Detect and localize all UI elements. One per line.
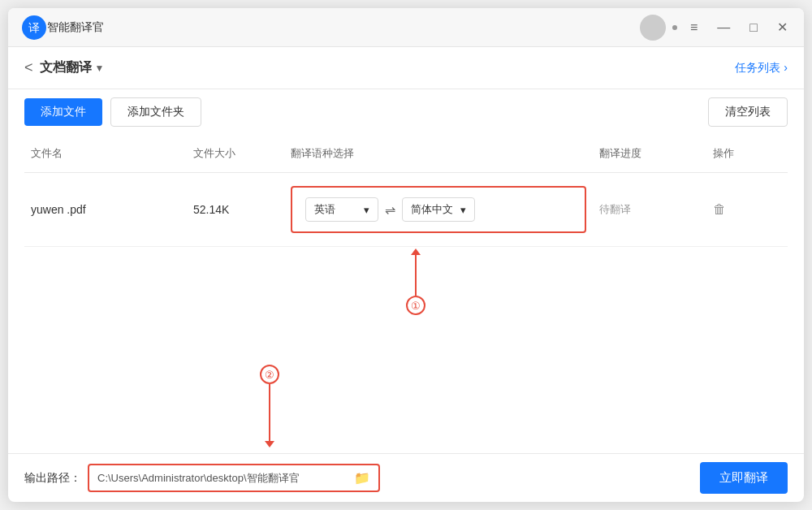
arrow-line-1 bbox=[415, 255, 417, 296]
delete-button[interactable]: 🗑 bbox=[706, 199, 788, 220]
table-row: yuwen .pdf 52.14K 英语 ▾ ⇌ 简体中文 ▾ bbox=[24, 173, 788, 247]
bottom-bar: 输出路径： C:\Users\Administrator\desktop\智能翻… bbox=[8, 453, 804, 502]
page-title: 文档翻译 ▼ bbox=[40, 59, 105, 76]
cell-filename: yuwen .pdf bbox=[24, 200, 187, 219]
target-lang-text: 简体中文 bbox=[411, 202, 453, 217]
app-title: 智能翻译官 bbox=[47, 20, 640, 35]
main-content: < 文档翻译 ▼ 任务列表 › 添加文件 添加文件夹 清空列表 文件名 文件大小… bbox=[8, 47, 804, 502]
task-list-link[interactable]: 任务列表 › bbox=[735, 61, 788, 76]
status-dot bbox=[672, 25, 677, 30]
output-label: 输出路径： bbox=[24, 471, 81, 486]
header-action: 操作 bbox=[706, 143, 788, 164]
header-lang: 翻译语种选择 bbox=[284, 143, 593, 164]
titlebar: 译 智能翻译官 ≡ — □ ✕ bbox=[8, 8, 804, 47]
header-filename: 文件名 bbox=[24, 143, 187, 164]
title-dropdown-arrow[interactable]: ▼ bbox=[95, 63, 105, 74]
user-avatar bbox=[640, 15, 666, 41]
annotation-1-area: ① bbox=[406, 249, 425, 315]
menu-button[interactable]: ≡ bbox=[687, 19, 701, 37]
swap-icon[interactable]: ⇌ bbox=[385, 202, 395, 218]
maximize-button[interactable]: □ bbox=[746, 19, 761, 37]
page-title-text: 文档翻译 bbox=[40, 59, 92, 76]
toolbar: 添加文件 添加文件夹 清空列表 bbox=[8, 89, 804, 135]
source-lang-arrow: ▾ bbox=[364, 204, 369, 216]
clear-list-button[interactable]: 清空列表 bbox=[708, 97, 788, 127]
svg-text:译: 译 bbox=[28, 21, 40, 34]
cell-status: 待翻译 bbox=[593, 199, 706, 220]
app-logo: 译 bbox=[21, 15, 47, 41]
output-path-box: C:\Users\Administrator\desktop\智能翻译官 📁 bbox=[88, 464, 380, 492]
add-file-button[interactable]: 添加文件 bbox=[24, 98, 102, 126]
table-header: 文件名 文件大小 翻译语种选择 翻译进度 操作 bbox=[24, 135, 788, 173]
back-button[interactable]: < bbox=[24, 59, 33, 76]
window-controls: ≡ — □ ✕ bbox=[687, 18, 791, 37]
annotation-1-arrow: ① bbox=[406, 249, 425, 315]
header-progress: 翻译进度 bbox=[593, 143, 706, 164]
close-button[interactable]: ✕ bbox=[774, 18, 791, 37]
source-lang-text: 英语 bbox=[314, 202, 335, 217]
header-filesize: 文件大小 bbox=[187, 143, 284, 164]
navbar: < 文档翻译 ▼ 任务列表 › bbox=[8, 47, 804, 89]
minimize-button[interactable]: — bbox=[714, 19, 733, 37]
lang-selector-row: 英语 ▾ ⇌ 简体中文 ▾ bbox=[305, 197, 572, 222]
add-folder-button[interactable]: 添加文件夹 bbox=[110, 97, 201, 127]
cell-lang-selector: 英语 ▾ ⇌ 简体中文 ▾ bbox=[284, 183, 593, 236]
annotation-circle-1: ① bbox=[406, 296, 425, 315]
translate-now-button[interactable]: 立即翻译 bbox=[700, 462, 788, 494]
target-lang-select[interactable]: 简体中文 ▾ bbox=[402, 197, 475, 222]
annotation-label-1: ① bbox=[411, 300, 421, 312]
arrow-head-up-1 bbox=[411, 249, 421, 255]
folder-browse-icon[interactable]: 📁 bbox=[354, 470, 370, 486]
output-path-text: C:\Users\Administrator\desktop\智能翻译官 bbox=[97, 471, 348, 486]
target-lang-arrow: ▾ bbox=[460, 204, 466, 216]
table-area: 文件名 文件大小 翻译语种选择 翻译进度 操作 yuwen .pdf 52.14… bbox=[8, 135, 804, 453]
lang-selector-box: 英语 ▾ ⇌ 简体中文 ▾ bbox=[291, 186, 586, 233]
cell-filesize: 52.14K bbox=[187, 200, 284, 219]
source-lang-select[interactable]: 英语 ▾ bbox=[305, 197, 378, 222]
